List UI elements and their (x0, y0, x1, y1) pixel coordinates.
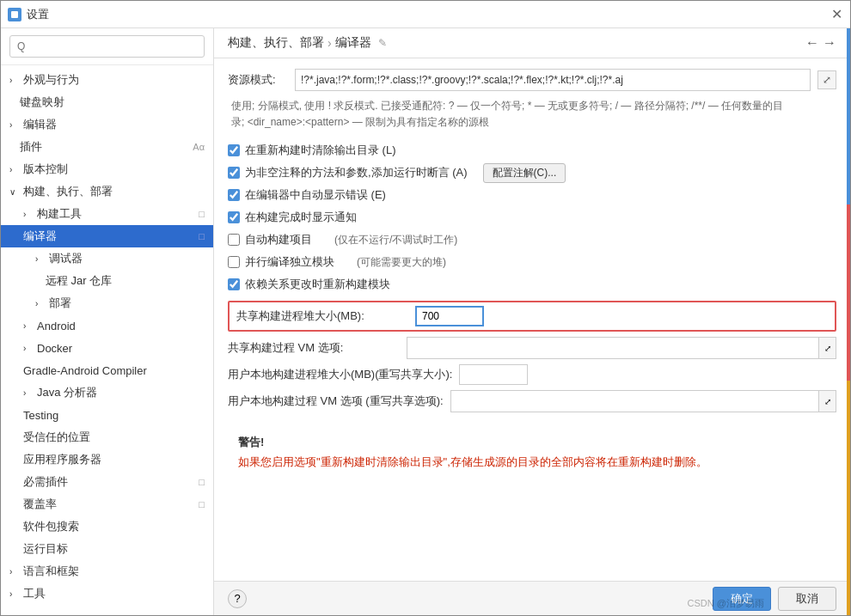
resource-expand-button[interactable]: ⤢ (817, 70, 836, 89)
sidebar-item-label: Testing (23, 409, 58, 422)
sidebar-item-pkg-search[interactable]: 软件包搜索 (1, 515, 213, 538)
user-vm-input[interactable] (451, 395, 818, 407)
sidebar-item-deployment[interactable]: › 部署 (1, 292, 213, 314)
sidebar-item-label: Gradle-Android Compiler (23, 364, 147, 377)
sidebar-item-label: 构建工具 (37, 206, 82, 222)
show-notif-label[interactable]: 在构建完成时显示通知 (245, 210, 357, 225)
bottom-left: ? (228, 589, 247, 608)
shared-vm-row: 共享构建过程 VM 选项: ⤢ (228, 337, 836, 359)
sidebar-item-keymap[interactable]: 键盘映射 (1, 91, 213, 113)
chevron-down-icon: ∨ (9, 187, 20, 197)
show-errors-checkbox[interactable] (228, 189, 240, 201)
sidebar-item-tools[interactable]: › 工具 (1, 582, 213, 605)
sidebar-item-label: 远程 Jar 仓库 (46, 273, 112, 289)
sidebar: › 外观与行为 键盘映射 › 编辑器 插件 Aα (1, 28, 214, 615)
user-heap-input[interactable] (459, 364, 528, 385)
sidebar-item-android[interactable]: › Android (1, 314, 213, 337)
sidebar-item-required-plugins[interactable]: 必需插件 □ (1, 471, 213, 493)
settings-icon: □ (199, 231, 205, 241)
rebuild-on-dep-label[interactable]: 依赖关系更改时重新构建模块 (245, 277, 390, 292)
add-assert-label[interactable]: 为非空注释的方法和参数,添加运行时断言 (A) (245, 165, 468, 180)
sidebar-item-compiler[interactable]: 编译器 □ (1, 225, 213, 247)
shared-heap-input[interactable] (415, 306, 484, 326)
main-content: › 外观与行为 键盘映射 › 编辑器 插件 Aα (1, 28, 850, 615)
shared-vm-input[interactable] (407, 342, 818, 354)
configure-annotations-button[interactable]: 配置注解(C)... (483, 163, 566, 183)
sidebar-item-debugger[interactable]: › 调试器 (1, 247, 213, 270)
help-button[interactable]: ? (228, 589, 247, 608)
settings-icon: □ (199, 499, 205, 509)
clear-output-label[interactable]: 在重新构建时清除输出目录 (L) (245, 143, 396, 158)
app-icon (8, 8, 21, 21)
breadcrumb-current: 编译器 (335, 35, 371, 51)
window-title: 设置 (27, 7, 49, 22)
sidebar-search-container (1, 28, 213, 65)
show-errors-label[interactable]: 在编辑器中自动显示错误 (E) (245, 187, 386, 203)
sidebar-item-app-servers[interactable]: 应用程序服务器 (1, 448, 213, 471)
sidebar-item-build-exec-deploy[interactable]: ∨ 构建、执行、部署 (1, 180, 213, 203)
parallel-compile-label[interactable]: 并行编译独立模块 (245, 254, 334, 270)
sidebar-item-label: 必需插件 (23, 474, 68, 490)
sidebar-item-editor[interactable]: › 编辑器 (1, 113, 213, 136)
forward-arrow[interactable]: → (823, 35, 836, 51)
option-show-errors: 在编辑器中自动显示错误 (E) (228, 186, 836, 204)
accent-bar (847, 28, 850, 615)
chevron-icon: › (35, 299, 46, 308)
auto-build-label[interactable]: 自动构建项目 (245, 232, 312, 247)
resource-mode-input[interactable] (295, 69, 811, 91)
auto-build-checkbox[interactable] (228, 234, 240, 246)
sidebar-item-trusted-locations[interactable]: 受信任的位置 (1, 426, 213, 448)
sidebar-item-label: 编辑器 (23, 117, 57, 132)
sidebar-item-coverage[interactable]: 覆盖率 □ (1, 493, 213, 515)
auto-build-hint: (仅在不运行/不调试时工作) (334, 233, 457, 247)
parallel-compile-checkbox[interactable] (228, 256, 240, 268)
edit-icon: ✎ (378, 37, 387, 49)
user-heap-label: 用户本地构建进程堆大小(MB)(重写共享大小): (228, 367, 452, 382)
clear-output-checkbox[interactable] (228, 144, 240, 156)
sidebar-item-remote-jar[interactable]: 远程 Jar 仓库 (1, 270, 213, 292)
user-vm-label: 用户本地构建过程 VM 选项 (重写共享选项): (228, 393, 444, 409)
show-notif-checkbox[interactable] (228, 211, 240, 223)
sidebar-item-build-tools[interactable]: › 构建工具 □ (1, 203, 213, 225)
add-assert-checkbox[interactable] (228, 167, 240, 179)
sidebar-item-plugins[interactable]: 插件 Aα (1, 136, 213, 158)
chevron-icon: › (9, 76, 20, 85)
chevron-icon: › (23, 344, 34, 353)
sidebar-item-label: Docker (37, 342, 72, 355)
option-auto-build: 自动构建项目 (仅在不运行/不调试时工作) (228, 230, 836, 249)
chevron-icon: › (35, 254, 46, 264)
breadcrumb-sep: › (328, 36, 332, 50)
warning-text: 如果您启用选项"重新构建时清除输出目录",存储生成源的目录的全部内容将在重新构建… (238, 454, 826, 471)
user-vm-expand-button[interactable]: ⤢ (818, 391, 836, 412)
sidebar-item-label: Android (37, 320, 76, 332)
panel-nav-arrows: ← → (805, 35, 836, 51)
chevron-icon: › (9, 567, 20, 576)
back-arrow[interactable]: ← (805, 35, 819, 51)
sidebar-item-label: 运行目标 (23, 541, 68, 557)
sidebar-item-testing[interactable]: Testing (1, 404, 213, 426)
chevron-icon: › (23, 210, 34, 219)
sidebar-item-label: 插件 (20, 139, 42, 155)
panel-body: 资源模式: ⤢ 使用; 分隔模式, 使用 ! 求反模式. 已接受通配符: ? —… (214, 58, 850, 581)
sidebar-item-label: 软件包搜索 (23, 519, 79, 534)
sidebar-item-docker[interactable]: › Docker (1, 337, 213, 359)
chevron-icon: › (9, 120, 20, 130)
sidebar-item-java-analyzer[interactable]: › Java 分析器 (1, 381, 213, 404)
shared-vm-expand-button[interactable]: ⤢ (818, 338, 836, 358)
sidebar-item-appearance[interactable]: › 外观与行为 (1, 69, 213, 91)
plugin-icon: Aα (193, 142, 205, 152)
svg-rect-0 (11, 11, 18, 18)
cancel-button[interactable]: 取消 (778, 587, 836, 611)
sidebar-item-lang-framework[interactable]: › 语言和框架 (1, 560, 213, 582)
sidebar-item-gradle-android-compiler[interactable]: Gradle-Android Compiler (1, 359, 213, 381)
sidebar-item-label: 键盘映射 (20, 95, 64, 110)
close-button[interactable]: ✕ (831, 9, 843, 21)
sidebar-item-vcs[interactable]: › 版本控制 (1, 158, 213, 180)
breadcrumb-part1: 构建、执行、部署 (228, 35, 324, 51)
option-add-assert: 为非空注释的方法和参数,添加运行时断言 (A) 配置注解(C)... (228, 163, 836, 182)
rebuild-on-dep-checkbox[interactable] (228, 278, 240, 290)
search-input[interactable] (9, 35, 205, 58)
chevron-icon: › (9, 165, 20, 174)
sidebar-item-run-targets[interactable]: 运行目标 (1, 538, 213, 560)
right-panel: 构建、执行、部署 › 编译器 ✎ ← → 资源模式: ⤢ (214, 28, 850, 615)
